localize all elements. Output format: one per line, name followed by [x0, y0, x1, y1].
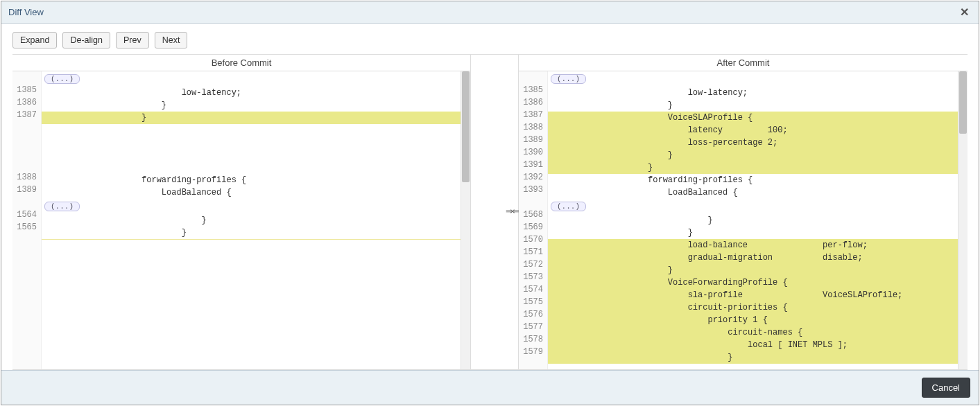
after-code[interactable]: (...) low-latency; } VoiceSLAProfile { l…: [548, 71, 958, 369]
code-line: low-latency;: [548, 87, 958, 99]
titlebar: Diff View ✕: [1, 1, 979, 24]
after-scroll-thumb[interactable]: [959, 71, 967, 134]
dialog-title: Diff View: [8, 7, 44, 17]
code-line: }: [548, 351, 958, 364]
code-line: [42, 161, 461, 174]
after-scrollbar[interactable]: [958, 71, 968, 369]
code-line: sla-profile VoiceSLAProfile;: [548, 289, 958, 301]
diff-view-dialog: Diff View ✕ Expand De-align Prev Next Be…: [1, 1, 979, 405]
code-line: }: [42, 214, 461, 227]
fold-toggle[interactable]: (...): [551, 202, 586, 211]
code-line: }: [42, 227, 461, 239]
fold-toggle[interactable]: (...): [44, 74, 80, 84]
after-gutter: 1385138613871388138913901391139213931568…: [519, 71, 548, 369]
code-line: gradual-migration disable;: [548, 251, 958, 264]
diff-area: Before Commit 13851386138713881389156415…: [12, 54, 968, 370]
after-header: After Commit: [519, 55, 968, 71]
code-line: [42, 124, 461, 136]
fold-toggle[interactable]: (...): [44, 202, 80, 211]
code-line: circuit-priorities {: [548, 301, 958, 314]
code-line: VoiceForwardingProfile {: [548, 276, 958, 289]
code-line: circuit-names {: [548, 326, 958, 339]
cancel-button[interactable]: Cancel: [922, 378, 970, 398]
before-body: 1385138613871388138915641565 (...) low-l…: [12, 71, 470, 369]
before-scrollbar[interactable]: [461, 71, 470, 369]
footer: Cancel: [1, 370, 979, 405]
after-pane: After Commit 138513861387138813891390139…: [519, 55, 968, 369]
code-line: low-latency;: [42, 87, 461, 99]
code-line: LoadBalanced {: [42, 186, 461, 199]
code-line: LoadBalanced {: [548, 186, 958, 199]
code-line: forwarding-profiles {: [42, 174, 461, 186]
code-line: }: [548, 99, 958, 112]
code-line: }: [548, 161, 958, 174]
code-line: load-balance per-flow;: [548, 239, 958, 251]
code-line: }: [548, 149, 958, 161]
after-body: 1385138613871388138913901391139213931568…: [519, 71, 968, 369]
fold-toggle[interactable]: (...): [551, 74, 586, 84]
before-code[interactable]: (...) low-latency; } } forwarding-profil…: [42, 71, 461, 369]
code-line: local [ INET MPLS ];: [548, 339, 958, 351]
code-line: latency 100;: [548, 124, 958, 136]
code-line: }: [548, 264, 958, 276]
close-icon[interactable]: ✕: [957, 6, 972, 19]
align-arrows-icon[interactable]: ⇒⇐: [506, 206, 518, 216]
code-line: [42, 136, 461, 149]
expand-button[interactable]: Expand: [12, 32, 57, 48]
code-line: }: [42, 112, 461, 124]
next-button[interactable]: Next: [155, 32, 188, 48]
center-strip: ⇒⇐: [470, 55, 519, 369]
before-header: Before Commit: [12, 55, 470, 71]
code-line: loss-percentage 2;: [548, 136, 958, 149]
before-pane: Before Commit 13851386138713881389156415…: [12, 55, 470, 369]
before-gutter: 1385138613871388138915641565: [12, 71, 42, 369]
code-line: forwarding-profiles {: [548, 174, 958, 186]
code-line: }: [42, 99, 461, 112]
code-line: [42, 149, 461, 161]
prev-button[interactable]: Prev: [116, 32, 149, 48]
toolbar: Expand De-align Prev Next: [1, 24, 979, 54]
code-line: }: [548, 227, 958, 239]
dealign-button[interactable]: De-align: [62, 32, 110, 48]
code-line: }: [548, 214, 958, 227]
code-line: priority 1 {: [548, 314, 958, 326]
code-line: VoiceSLAProfile {: [548, 112, 958, 124]
before-scroll-thumb[interactable]: [462, 71, 470, 182]
